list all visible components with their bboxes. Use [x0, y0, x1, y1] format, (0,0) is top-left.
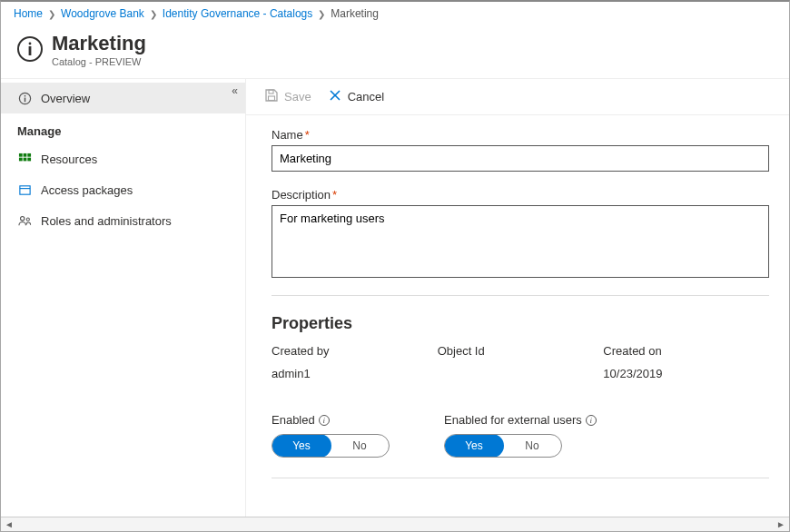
name-label: Name* — [272, 128, 764, 142]
properties-heading: Properties — [272, 314, 764, 333]
package-icon — [17, 182, 32, 197]
enabled-external-label: Enabled for external users — [444, 413, 582, 427]
svg-point-3 — [24, 95, 25, 97]
created-on-value: 10/23/2019 — [603, 367, 769, 380]
sidebar-item-label: Resources — [41, 153, 97, 166]
info-icon[interactable]: i — [319, 415, 330, 426]
svg-point-13 — [20, 216, 24, 220]
scrollbar-track[interactable] — [15, 520, 775, 529]
breadcrumb: Home ❯ Woodgrove Bank ❯ Identity Governa… — [1, 2, 789, 25]
svg-rect-4 — [24, 97, 25, 102]
svg-rect-9 — [23, 157, 26, 161]
sidebar-item-roles-admins[interactable]: Roles and administrators — [1, 205, 245, 236]
enabled-external-toggle[interactable]: Yes No — [444, 434, 562, 458]
chevron-right-icon: ❯ — [318, 9, 325, 19]
toggle-yes[interactable]: Yes — [444, 434, 504, 458]
breadcrumb-current: Marketing — [331, 7, 379, 20]
toggle-no[interactable]: No — [503, 435, 561, 457]
svg-rect-11 — [19, 186, 29, 194]
description-label: Description* — [272, 188, 764, 202]
sidebar-item-label: Roles and administrators — [41, 214, 172, 228]
sidebar-item-access-packages[interactable]: Access packages — [1, 174, 245, 205]
page-subtitle: Catalog - PREVIEW — [52, 56, 146, 67]
toolbar: Save Cancel — [246, 79, 789, 115]
divider — [272, 295, 769, 296]
sidebar-item-label: Overview — [41, 92, 90, 105]
svg-rect-5 — [18, 153, 22, 157]
cancel-label: Cancel — [348, 90, 384, 103]
created-by-value: admin1 — [272, 367, 438, 380]
description-input[interactable] — [272, 205, 769, 278]
breadcrumb-catalogs[interactable]: Identity Governance - Catalogs — [163, 7, 312, 20]
save-label: Save — [284, 90, 311, 103]
horizontal-scrollbar[interactable]: ◄ ► — [1, 517, 789, 531]
object-id-label: Object Id — [438, 344, 604, 358]
svg-rect-10 — [27, 157, 31, 161]
scroll-right-icon[interactable]: ► — [775, 518, 787, 531]
created-by-label: Created by — [272, 344, 438, 358]
toggle-yes[interactable]: Yes — [272, 434, 331, 458]
people-icon — [17, 213, 32, 228]
sidebar-group-manage: Manage — [1, 113, 245, 143]
name-input[interactable] — [272, 145, 769, 172]
grid-icon — [17, 152, 32, 166]
breadcrumb-home[interactable]: Home — [14, 7, 43, 20]
chevron-right-icon: ❯ — [150, 9, 157, 19]
toggle-no[interactable]: No — [331, 435, 389, 457]
svg-point-0 — [29, 43, 32, 45]
enabled-label: Enabled — [272, 413, 315, 427]
info-icon — [17, 91, 32, 105]
svg-rect-16 — [269, 96, 275, 101]
info-icon[interactable]: i — [586, 415, 597, 426]
main-content: Save Cancel Name* Description* — [246, 79, 789, 517]
created-on-label: Created on — [603, 344, 769, 358]
cancel-button[interactable]: Cancel — [328, 88, 384, 105]
sidebar: « Overview Manage Resources Access packa… — [1, 79, 246, 517]
sidebar-item-resources[interactable]: Resources — [1, 143, 245, 174]
enabled-toggle[interactable]: Yes No — [272, 434, 390, 458]
collapse-sidebar-icon[interactable]: « — [232, 84, 234, 97]
save-button[interactable]: Save — [264, 88, 311, 105]
scroll-left-icon[interactable]: ◄ — [3, 518, 15, 531]
page-header: Marketing Catalog - PREVIEW — [1, 25, 789, 79]
svg-point-14 — [26, 218, 29, 221]
chevron-right-icon: ❯ — [48, 9, 55, 19]
page-title: Marketing — [52, 33, 146, 54]
svg-rect-7 — [27, 153, 31, 157]
svg-rect-8 — [18, 157, 22, 161]
close-icon — [328, 88, 342, 105]
breadcrumb-org[interactable]: Woodgrove Bank — [61, 7, 144, 20]
divider — [272, 478, 769, 478]
sidebar-item-label: Access packages — [41, 183, 133, 197]
svg-rect-1 — [29, 46, 32, 55]
info-icon — [17, 36, 43, 62]
sidebar-item-overview[interactable]: Overview — [1, 83, 245, 113]
svg-rect-6 — [23, 153, 26, 157]
save-icon — [264, 88, 279, 105]
